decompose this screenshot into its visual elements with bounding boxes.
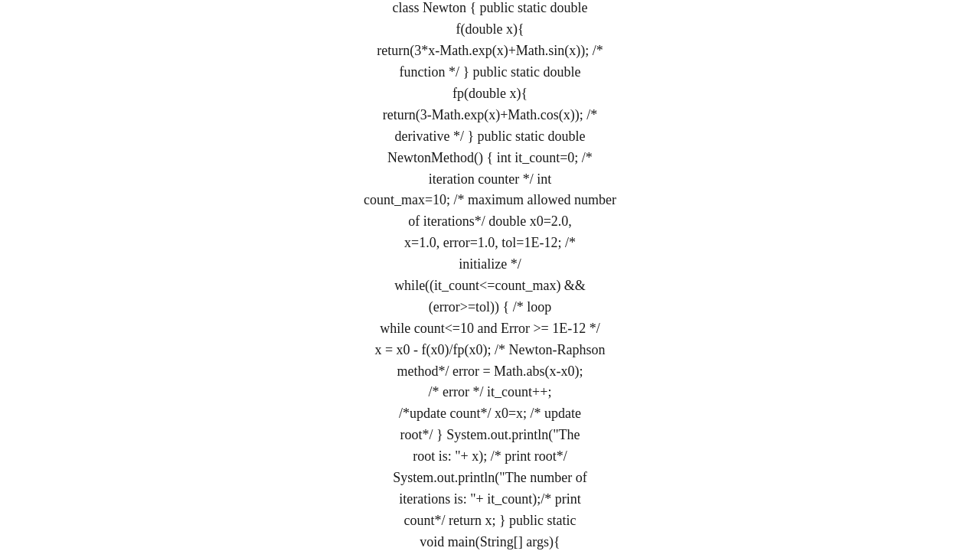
code-line: x=1.0, error=1.0, tol=1E-12; /* <box>364 233 616 254</box>
code-line: of iterations*/ double x0=2.0, <box>364 211 616 233</box>
code-line: method*/ error = Math.abs(x-x0); <box>364 361 616 383</box>
code-line: while((it_count<=count_max) && <box>364 276 616 297</box>
code-line: derivative */ } public static double <box>364 126 616 148</box>
code-display: It takes about 5 iterations to converget… <box>364 0 616 551</box>
code-line: count*/ return x; } public static <box>364 510 616 532</box>
code-line: (error>=tol)) { /* loop <box>364 297 616 318</box>
code-line: while count<=10 and Error >= 1E-12 */ <box>364 318 616 340</box>
code-line: fp(double x){ <box>364 83 616 105</box>
code-line: class Newton { public static double <box>364 0 616 19</box>
code-line: System.out.println("The number of <box>364 468 616 489</box>
code-line: function */ } public static double <box>364 62 616 83</box>
code-line: void main(String[] args){ <box>364 532 616 551</box>
code-line: root is: "+ x); /* print root*/ <box>364 446 616 468</box>
code-line: return(3*x-Math.exp(x)+Math.sin(x)); /* <box>364 41 616 62</box>
code-line: root*/ } System.out.println("The <box>364 425 616 446</box>
code-line: count_max=10; /* maximum allowed number <box>364 190 616 211</box>
code-line: /*update count*/ x0=x; /* update <box>364 403 616 425</box>
code-line: iterations is: "+ it_count);/* print <box>364 489 616 510</box>
code-line: f(double x){ <box>364 19 616 41</box>
code-line: x = x0 - f(x0)/fp(x0); /* Newton-Raphson <box>364 340 616 361</box>
code-line: /* error */ it_count++; <box>364 382 616 403</box>
code-line: NewtonMethod() { int it_count=0; /* <box>364 148 616 169</box>
code-line: iteration counter */ int <box>364 169 616 191</box>
code-line: return(3-Math.exp(x)+Math.cos(x)); /* <box>364 105 616 126</box>
code-line: initialize */ <box>364 254 616 276</box>
main-content: It takes about 5 iterations to converget… <box>364 0 616 551</box>
